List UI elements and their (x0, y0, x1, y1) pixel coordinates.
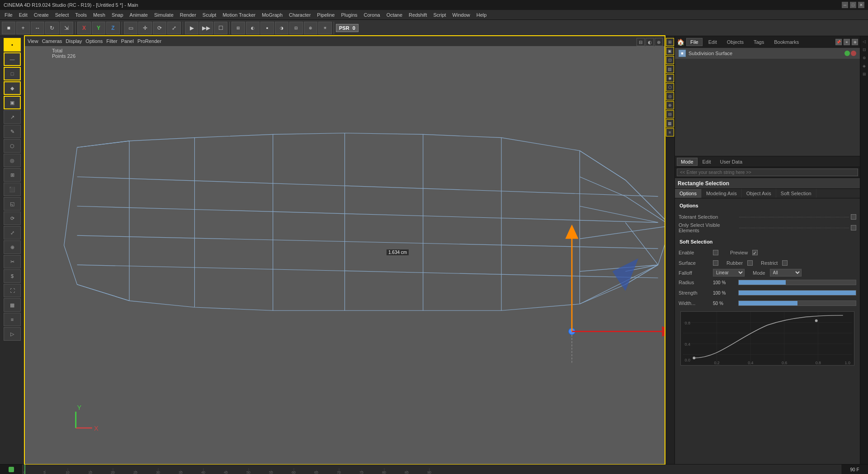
enable-checkbox[interactable] (713, 250, 718, 255)
menu-mograph[interactable]: MoGraph (259, 11, 285, 19)
viewport-canvas[interactable]: Total Points 226 .wire { stroke: #8aabcc… (25, 46, 665, 464)
timeline[interactable]: .tick{stroke:#555;stroke-width:0.5;}.tic… (0, 464, 868, 474)
menu-help[interactable]: Help (474, 11, 490, 19)
right-icon-4[interactable]: ▧ (666, 65, 674, 73)
far-right-icon-3[interactable]: ⊕ (861, 54, 868, 61)
sidebar-tool14[interactable]: ▦ (4, 298, 21, 312)
toolbar-add-btn[interactable]: + (16, 22, 30, 34)
right-icon-9[interactable]: ⊟ (666, 110, 674, 118)
timeline-scale[interactable]: .tick{stroke:#555;stroke-width:0.5;}.tic… (23, 465, 841, 474)
toggle-visible[interactable] (844, 51, 850, 56)
toolbar-move-btn[interactable]: ↔ (31, 22, 44, 34)
viewport-menu-options[interactable]: Options (85, 38, 103, 44)
toolbar-x-btn[interactable]: X (77, 22, 91, 34)
tab-objects[interactable]: Objects (723, 38, 748, 46)
prop-tab-modeling-axis[interactable]: Modeling Axis (702, 189, 742, 198)
toolbar-snap-btn[interactable]: ⊕ (304, 22, 317, 34)
canvas-area[interactable]: Total Points 226 .wire { stroke: #8aabcc… (25, 46, 665, 464)
sidebar-tool4[interactable]: ◎ (4, 154, 21, 167)
toolbar-phong-btn[interactable]: ● (260, 22, 274, 34)
right-icon-6[interactable]: ⬡ (666, 83, 674, 91)
menu-script[interactable]: Script (430, 11, 448, 19)
menu-snap[interactable]: Snap (109, 11, 126, 19)
sidebar-tool2[interactable]: ✎ (4, 125, 21, 138)
tab-userdata[interactable]: User Data (716, 158, 747, 166)
viewport[interactable]: View Cameras Display Options Filter Pane… (25, 36, 665, 464)
far-right-icon-5[interactable]: ⊞ (861, 70, 868, 78)
connect-icon-2[interactable]: ⊕ (852, 39, 858, 45)
tab-edit-mode[interactable]: Edit (698, 158, 715, 166)
sidebar-polygons-mode[interactable]: □ (4, 67, 21, 80)
titlebar-controls[interactable]: ─ □ ✕ (842, 2, 864, 8)
viewport-menu-display[interactable]: Display (66, 38, 82, 44)
sidebar-object-mode[interactable]: ▣ (4, 96, 21, 109)
sidebar-tool3[interactable]: ⬡ (4, 139, 21, 153)
menu-mesh[interactable]: Mesh (90, 11, 108, 19)
sidebar-model-mode[interactable]: ◆ (4, 81, 21, 95)
menu-simulate[interactable]: Simulate (151, 11, 176, 19)
sidebar-tool11[interactable]: ✂ (4, 255, 21, 268)
toolbar-render3-btn[interactable]: ☐ (214, 22, 227, 34)
pin-icon[interactable]: 📌 (835, 39, 842, 45)
right-icon-3[interactable]: ⊡ (666, 56, 674, 64)
menu-window[interactable]: Window (450, 11, 473, 19)
menu-sculpt[interactable]: Sculpt (200, 11, 219, 19)
preview-checkbox[interactable]: ✓ (752, 250, 758, 255)
menu-plugins[interactable]: Plugins (338, 11, 360, 19)
width-slider[interactable] (738, 300, 856, 306)
far-right-icon-2[interactable]: ⊟ (861, 46, 868, 53)
minimize-button[interactable]: ─ (842, 2, 848, 8)
right-icon-5[interactable]: ◉ (666, 74, 674, 82)
sidebar-tool9[interactable]: ⤢ (4, 226, 21, 239)
toolbar-wireframe-btn[interactable]: ⊞ (231, 22, 245, 34)
menu-edit[interactable]: Edit (16, 11, 30, 19)
menu-motiontracker[interactable]: Motion Tracker (220, 11, 258, 19)
toolbar-render2-btn[interactable]: ▶▶ (199, 22, 213, 34)
mode-select[interactable]: All Selected (770, 269, 802, 277)
close-button[interactable]: ✕ (858, 2, 864, 8)
restrict-checkbox[interactable] (782, 260, 788, 266)
search-input[interactable] (677, 169, 858, 176)
tab-tags[interactable]: Tags (750, 38, 768, 46)
sidebar-play-btn[interactable]: ▷ (4, 327, 21, 341)
tab-edit[interactable]: Edit (704, 38, 721, 46)
viewport-icon2[interactable]: ◐ (646, 38, 654, 46)
viewport-icon3[interactable]: ⊕ (655, 38, 663, 46)
radius-slider[interactable] (738, 280, 856, 285)
menu-redshift[interactable]: Redshift (406, 11, 429, 19)
sidebar-tool6[interactable]: ⬛ (4, 183, 21, 196)
prop-tab-soft-selection[interactable]: Soft Selection (776, 189, 816, 198)
toolbar-render-btn[interactable]: ▶ (185, 22, 198, 34)
only-visible-checkbox[interactable] (851, 225, 856, 230)
toolbar-light-btn[interactable]: ☀ (318, 22, 332, 34)
menu-corona[interactable]: Corona (361, 11, 383, 19)
viewport-menu-cameras[interactable]: Cameras (42, 38, 62, 44)
viewport-menu-view[interactable]: View (28, 38, 38, 44)
viewport-menu-filter[interactable]: Filter (106, 38, 117, 44)
right-icon-mode[interactable]: ▣ (666, 47, 674, 55)
right-icon-8[interactable]: ⊕ (666, 101, 674, 109)
connect-icon-1[interactable]: ≡ (844, 39, 850, 45)
far-right-icon-4[interactable]: ◈ (861, 62, 868, 70)
sidebar-tool12[interactable]: $ (4, 269, 21, 283)
strength-slider[interactable] (738, 290, 856, 296)
sidebar-edges-mode[interactable]: — (4, 52, 21, 66)
surface-checkbox[interactable] (713, 260, 718, 266)
toolbar-model-btn[interactable]: ■ (2, 22, 15, 34)
right-icon-7[interactable]: ◎ (666, 92, 674, 100)
sidebar-tool10[interactable]: ⊕ (4, 240, 21, 254)
menu-octane[interactable]: Octane (384, 11, 405, 19)
toolbar-shaded-btn[interactable]: ◐ (246, 22, 259, 34)
toolbar-tex-btn[interactable]: ◑ (275, 22, 288, 34)
right-icon-view[interactable]: ⊞ (666, 38, 674, 46)
falloff-select[interactable]: Linear Smooth Ease In (713, 269, 745, 277)
sidebar-tool7[interactable]: ◱ (4, 197, 21, 211)
prop-tab-options[interactable]: Options (675, 189, 702, 198)
toolbar-rotate-btn[interactable]: ↻ (45, 22, 59, 34)
tab-file[interactable]: File (686, 38, 703, 46)
prop-tab-object-axis[interactable]: Object Axis (742, 189, 776, 198)
toolbar-rotate2-btn[interactable]: ⟳ (153, 22, 166, 34)
menu-pipeline[interactable]: Pipeline (314, 11, 337, 19)
scene-item-subdivision[interactable]: ■ Subdivision Surface (675, 48, 860, 59)
viewport-icon1[interactable]: ⊟ (637, 38, 645, 46)
